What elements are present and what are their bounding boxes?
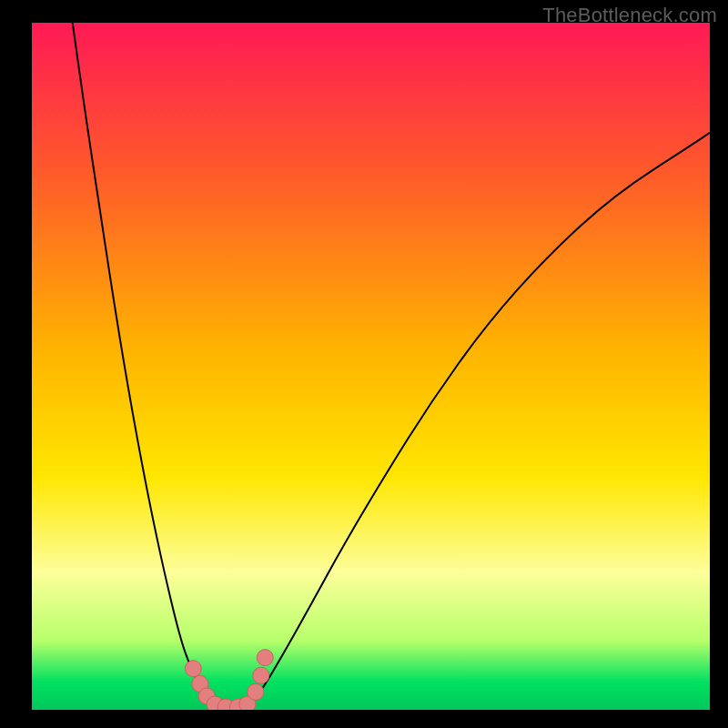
- valley-marker: [248, 683, 264, 700]
- valley-marker: [253, 667, 269, 683]
- valley-marker: [185, 661, 201, 677]
- plot-area: [32, 23, 710, 710]
- chart-frame: TheBottleneck.com: [0, 0, 728, 728]
- valley-marker: [257, 650, 273, 666]
- chart-svg: [32, 23, 710, 710]
- gradient-background: [32, 23, 710, 710]
